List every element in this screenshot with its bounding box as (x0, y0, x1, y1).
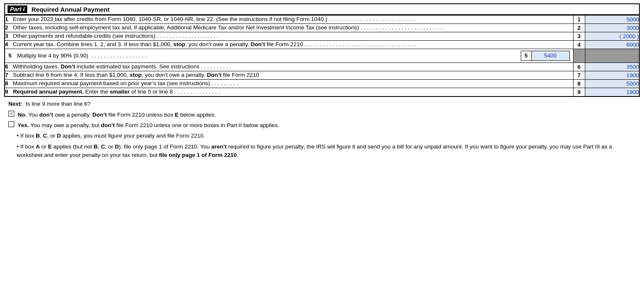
form-container: Part I Required Annual Payment 1 Enter y… (0, 0, 644, 284)
no-text: No. You don’t owe a penalty. Don’t file … (18, 110, 216, 120)
line7-desc: 7 Subtract line 6 from line 4. If less t… (5, 71, 573, 80)
line7-value: 1900 (585, 71, 639, 80)
line2-desc: 2 Other taxes, including self-employment… (5, 23, 573, 32)
line1-num: 1 (573, 16, 585, 24)
line3-value: ( 2000 ) (585, 32, 639, 40)
bullet1: • If box B, C, or D applies, you must fi… (17, 132, 636, 140)
line3-desc: 3 Other payments and refundable credits … (5, 32, 573, 40)
table-row: 7 Subtract line 6 from line 4. If less t… (5, 71, 639, 80)
table-row: 6 Withholding taxes. Don’t include estim… (5, 63, 639, 71)
line4-num-inline: 4 (5, 41, 11, 47)
line4-value: 6000 (585, 40, 639, 49)
no-checkbox-row: ✓ No. You don’t owe a penalty. Don’t fil… (8, 110, 636, 120)
table-row: 1 Enter your 2023 tax after credits from… (5, 16, 639, 24)
line4-desc: 4 Current year tax. Combine lines 1, 2, … (5, 40, 573, 49)
line1-desc: 1 Enter your 2023 tax after credits from… (5, 16, 573, 24)
table-row: 3 Other payments and refundable credits … (5, 32, 639, 40)
table-row: 9 Required annual payment. Enter the sma… (5, 88, 639, 96)
table-row: 5 Multiply line 4 by 90% (0.90) . . . . … (5, 49, 639, 63)
line8-desc: 8 Maximum required annual payment based … (5, 80, 573, 88)
line6-value: 3500 (585, 63, 639, 71)
line1-value: 5000 (585, 16, 639, 24)
form-table: 1 Enter your 2023 tax after credits from… (4, 15, 640, 97)
line6-num: 6 (573, 63, 585, 71)
table-row: 8 Maximum required annual payment based … (5, 80, 639, 88)
line8-value: 5000 (585, 80, 639, 88)
line6-desc: 6 Withholding taxes. Don’t include estim… (5, 63, 573, 71)
line2-value: 3000 (585, 23, 639, 32)
line9-num: 9 (573, 88, 585, 96)
next-question: Next: Is line 9 more than line 6? (8, 99, 636, 109)
yes-checkbox[interactable] (8, 121, 14, 127)
table-row: 2 Other taxes, including self-employment… (5, 23, 639, 32)
line3-num: 3 (573, 32, 585, 40)
table-row: 4 Current year tax. Combine lines 1, 2, … (5, 40, 639, 49)
line5-inner-value: 5400 (532, 51, 569, 61)
yes-checkbox-row: Yes. You may owe a penalty, but don’t fi… (8, 121, 636, 130)
part-title: Required Annual Payment (31, 6, 109, 13)
line9-value: 1900 (585, 88, 639, 96)
line5-desc: 5 Multiply line 4 by 90% (0.90) . . . . … (5, 49, 573, 63)
line5-right (585, 49, 639, 63)
part-header: Part I Required Annual Payment (4, 3, 640, 15)
line2-num-inline: 2 (5, 24, 11, 31)
line7-num: 7 (573, 71, 585, 80)
line8-num: 8 (573, 80, 585, 88)
line2-num: 2 (573, 23, 585, 32)
yes-text: Yes. You may owe a penalty, but don’t fi… (18, 121, 279, 130)
line5-inner-num: 5 (521, 51, 532, 61)
line3-num-inline: 3 (5, 33, 11, 39)
line5-num (573, 49, 585, 63)
line1-num-inline: 1 (5, 16, 11, 22)
line5-text: Multiply line 4 by 90% (0.90) . . . . . … (17, 52, 146, 60)
line9-desc: 9 Required annual payment. Enter the sma… (5, 88, 573, 96)
line4-num: 4 (573, 40, 585, 49)
bullet2: • If box A or E applies (but not B, C, o… (17, 143, 636, 160)
next-section: Next: Is line 9 more than line 6? ✓ No. … (4, 97, 640, 160)
no-checkbox[interactable]: ✓ (8, 111, 14, 117)
part-label: Part I (8, 5, 27, 13)
